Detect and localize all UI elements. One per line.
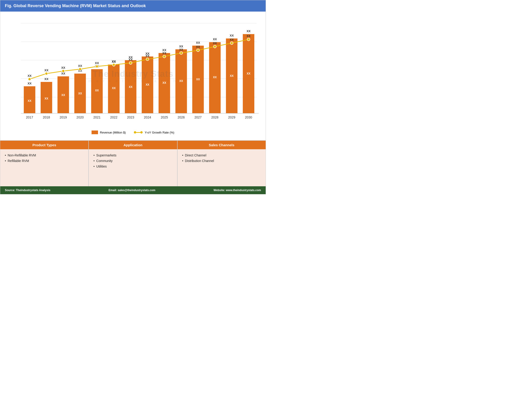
- svg-text:XX: XX: [112, 60, 116, 63]
- svg-text:XX: XX: [145, 54, 150, 58]
- legend-revenue: Revenue (Million $): [91, 131, 126, 134]
- footer-email-value: sales@theindustrystats.com: [118, 188, 155, 192]
- svg-text:2019: 2019: [60, 115, 67, 119]
- svg-text:2022: 2022: [110, 115, 118, 119]
- dot-2029: [230, 42, 233, 44]
- footer-website-value: www.theindustrystats.com: [226, 188, 261, 192]
- legend-growth: Y-oY Growth Rate (%): [135, 131, 174, 134]
- svg-text:XX: XX: [28, 82, 32, 85]
- svg-text:XX: XX: [179, 48, 183, 51]
- svg-text:XX: XX: [230, 38, 234, 42]
- footer-website: Website: www.theindustrystats.com: [214, 188, 261, 192]
- panel-product-types: Product Types Non-Refillable RVM Refilla…: [0, 141, 89, 186]
- svg-text:XX: XX: [196, 78, 200, 81]
- svg-text:XX: XX: [44, 77, 49, 81]
- panel-sales-channels: Sales Channels Direct Channel Distributi…: [178, 141, 266, 186]
- svg-text:XX: XX: [61, 66, 65, 69]
- footer-email: Email: sales@theindustrystats.com: [109, 188, 155, 192]
- dot-2021: [95, 65, 98, 68]
- svg-text:XX: XX: [196, 41, 200, 44]
- list-item-direct-channel: Direct Channel: [182, 153, 261, 157]
- footer-source-label: Source:: [5, 188, 15, 192]
- svg-text:XX: XX: [44, 69, 49, 72]
- main-container: Fig. Global Reverse Vending Machine (RVM…: [0, 0, 266, 194]
- chart-title: Fig. Global Reverse Vending Machine (RVM…: [0, 0, 266, 11]
- panel-application: Application Supermarkets Community Utili…: [89, 141, 177, 186]
- svg-text:2024: 2024: [144, 115, 151, 119]
- svg-text:XX: XX: [179, 45, 183, 48]
- info-panels: Product Types Non-Refillable RVM Refilla…: [0, 140, 266, 186]
- panel-sales-channels-body: Direct Channel Distribution Channel: [178, 149, 266, 186]
- svg-text:XX: XX: [78, 64, 82, 68]
- svg-text:XX: XX: [162, 81, 166, 84]
- svg-text:2028: 2028: [211, 115, 219, 119]
- footer-email-label: Email:: [109, 188, 117, 192]
- svg-text:2018: 2018: [43, 115, 50, 119]
- svg-text:2021: 2021: [93, 115, 100, 119]
- panel-sales-channels-header: Sales Channels: [178, 141, 266, 149]
- svg-text:XX: XX: [213, 38, 217, 41]
- panel-application-body: Supermarkets Community Utilities: [89, 149, 177, 186]
- chart-legend: Revenue (Million $) Y-oY Growth Rate (%): [7, 128, 259, 138]
- list-item-non-refillable: Non-Refillable RVM: [5, 153, 84, 157]
- dot-2018: [45, 72, 48, 75]
- dot-2030: [247, 38, 250, 41]
- footer: Source: Theindustrystats Analysis Email:…: [0, 186, 266, 194]
- dot-2026: [180, 52, 183, 54]
- list-item-distribution-channel: Distribution Channel: [182, 159, 261, 163]
- list-item-utilities: Utilities: [93, 165, 172, 168]
- svg-text:2023: 2023: [127, 115, 134, 119]
- svg-text:XX: XX: [28, 99, 31, 103]
- dot-2028: [213, 45, 216, 48]
- dot-2025: [163, 55, 166, 58]
- panel-product-types-header: Product Types: [0, 141, 88, 149]
- list-item-refillable: Refillable RVM: [5, 159, 84, 163]
- dot-2027: [197, 49, 199, 52]
- legend-revenue-icon: [91, 131, 98, 134]
- svg-text:XX: XX: [28, 74, 32, 78]
- svg-text:2027: 2027: [194, 115, 202, 119]
- footer-source: Source: Theindustrystats Analysis: [5, 188, 50, 192]
- product-types-list: Non-Refillable RVM Refillable RVM: [5, 153, 84, 163]
- legend-growth-icon: [135, 131, 141, 134]
- svg-text:XX: XX: [95, 89, 99, 92]
- svg-text:XX: XX: [213, 76, 217, 79]
- svg-text:XX: XX: [247, 72, 251, 75]
- footer-source-value: Theindustrystats Analysis: [16, 188, 50, 192]
- legend-line-segment: [135, 132, 141, 133]
- chart-svg-wrapper: XX XX XX XX XX XX XX XX XX XX: [7, 16, 259, 128]
- chart-svg: XX XX XX XX XX XX XX XX XX XX: [7, 16, 259, 127]
- dot-2020: [79, 68, 81, 71]
- dot-2019: [62, 70, 65, 73]
- dot-2023: [129, 62, 132, 64]
- footer-website-label: Website:: [214, 188, 225, 192]
- chart-area: The Industry Stats m a r k e t r e s e a…: [0, 11, 266, 140]
- svg-text:XX: XX: [129, 85, 132, 89]
- svg-text:XX: XX: [196, 45, 200, 49]
- svg-text:XX: XX: [95, 61, 99, 65]
- title-text: Fig. Global Reverse Vending Machine (RVM…: [5, 3, 146, 8]
- svg-text:XX: XX: [112, 86, 116, 90]
- application-list: Supermarkets Community Utilities: [93, 153, 172, 168]
- svg-text:XX: XX: [246, 34, 251, 38]
- sales-channels-list: Direct Channel Distribution Channel: [182, 153, 261, 163]
- legend-growth-label: Y-oY Growth Rate (%): [145, 131, 174, 134]
- list-item-community: Community: [93, 159, 172, 163]
- dot-2024: [146, 58, 149, 61]
- svg-text:XX: XX: [180, 79, 183, 83]
- svg-text:2017: 2017: [26, 115, 33, 119]
- svg-text:2030: 2030: [245, 115, 252, 119]
- dot-2017: [28, 78, 31, 81]
- svg-text:XX: XX: [45, 97, 48, 100]
- svg-text:XX: XX: [61, 94, 65, 97]
- svg-text:XX: XX: [213, 42, 217, 45]
- svg-text:XX: XX: [129, 58, 133, 61]
- svg-text:XX: XX: [246, 29, 251, 33]
- svg-text:XX: XX: [146, 83, 149, 86]
- dot-2022: [112, 63, 115, 66]
- legend-revenue-label: Revenue (Million $): [100, 131, 126, 134]
- panel-product-types-body: Non-Refillable RVM Refillable RVM: [0, 149, 88, 186]
- svg-text:XX: XX: [230, 74, 233, 78]
- list-item-supermarkets: Supermarkets: [93, 153, 172, 157]
- svg-text:2020: 2020: [77, 115, 84, 119]
